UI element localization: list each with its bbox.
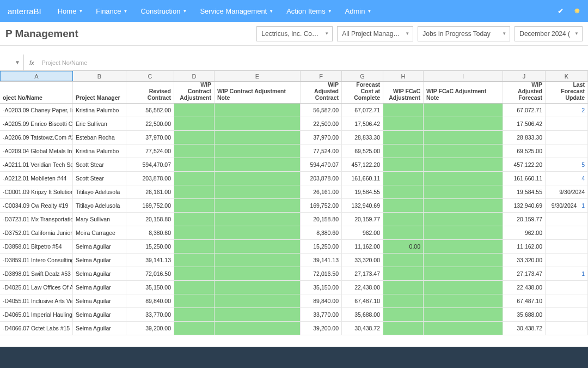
cell-fcac-adj[interactable] xyxy=(383,185,424,198)
nav-home[interactable]: Home▼ xyxy=(58,7,83,15)
col-C[interactable]: C xyxy=(126,71,174,81)
filter-status[interactable]: Jobs in Progress Today xyxy=(418,26,510,41)
table-row[interactable]: -D3859.01 Intero Consulting GroupSelma A… xyxy=(0,254,588,267)
col-J[interactable]: J xyxy=(503,71,546,81)
cell-wip-adj[interactable] xyxy=(174,308,215,321)
cell-wip-note[interactable] xyxy=(215,172,301,185)
cell-forecast[interactable]: 69,525.00 xyxy=(342,144,383,158)
cell-project[interactable]: -C0001.09 Kripzy It Solutions #11 xyxy=(0,185,73,198)
cell-wip-contract[interactable]: 594,470.07 xyxy=(301,158,342,171)
table-row[interactable]: -C0034.09 Cw Realty #19Titilayo Adelusol… xyxy=(0,199,588,213)
cell-revised[interactable]: 89,840.00 xyxy=(126,294,174,307)
cell-project[interactable]: -D4066.07 Octet Labs #15 xyxy=(0,322,73,335)
cell-manager[interactable]: Scott Stear xyxy=(73,158,126,171)
cell-wip-forecast[interactable]: 19,584.55 xyxy=(503,185,546,198)
cell-fcac-adj[interactable]: 0.00 xyxy=(383,240,424,253)
cell-wip-note[interactable] xyxy=(215,144,301,158)
cell-manager[interactable]: Scott Stear xyxy=(73,172,126,185)
cell-wip-note[interactable] xyxy=(215,254,301,267)
cell-project[interactable]: -D4025.01 Law Offices Of Anthony xyxy=(0,281,73,294)
hdr-wip-contract[interactable]: WIP Adjusted Contract xyxy=(301,82,342,103)
cell-forecast[interactable]: 67,487.10 xyxy=(342,294,383,307)
table-row[interactable]: -A0203.09 Chaney Paper, Inc. #49Kristina… xyxy=(0,104,588,117)
cell-wip-adj[interactable] xyxy=(174,322,215,335)
cell-wip-forecast[interactable]: 30,438.72 xyxy=(503,322,546,335)
cell-wip-forecast[interactable]: 28,833.30 xyxy=(503,131,546,144)
cell-wip-note[interactable] xyxy=(215,158,301,171)
cell-wip-adj[interactable] xyxy=(174,199,215,212)
cell-fcac-note[interactable] xyxy=(424,322,503,335)
cell-last-update[interactable]: 9/30/2024 1 xyxy=(546,199,588,212)
table-row[interactable]: -C0001.09 Kripzy It Solutions #11Titilay… xyxy=(0,185,588,199)
cell-wip-note[interactable] xyxy=(215,308,301,321)
hdr-fcac-note[interactable]: WIP FCaC Adjustment Note xyxy=(424,82,503,103)
cell-wip-note[interactable] xyxy=(215,267,301,280)
cell-manager[interactable]: Selma Aguilar xyxy=(73,267,126,280)
cell-fcac-adj[interactable] xyxy=(383,294,424,307)
cell-revised[interactable]: 26,161.00 xyxy=(126,185,174,198)
hdr-manager[interactable]: Project Manager xyxy=(73,82,126,103)
cell-manager[interactable]: Eric Sullivan xyxy=(73,117,126,130)
cell-last-update[interactable]: 9/30/2024 xyxy=(546,185,588,198)
table-row[interactable]: -D4025.01 Law Offices Of AnthonySelma Ag… xyxy=(0,281,588,294)
cell-manager[interactable]: Titilayo Adelusola xyxy=(73,199,126,212)
cell-fcac-adj[interactable] xyxy=(383,199,424,212)
namebox-dropdown[interactable]: ▼ xyxy=(0,55,24,70)
cell-last-update[interactable] xyxy=(546,240,588,253)
cell-fcac-adj[interactable] xyxy=(383,226,424,239)
cell-wip-contract[interactable]: 33,770.00 xyxy=(301,308,342,321)
nav-finance[interactable]: Finance▼ xyxy=(96,7,127,15)
hdr-wip-adj[interactable]: WIP Contract Adjustment xyxy=(174,82,215,103)
cell-wip-contract[interactable]: 77,524.00 xyxy=(301,144,342,158)
cell-last-update[interactable] xyxy=(546,294,588,307)
cell-revised[interactable]: 203,878.00 xyxy=(126,172,174,185)
cell-wip-contract[interactable]: 169,752.00 xyxy=(301,199,342,212)
table-row[interactable]: -D3898.01 Swift Dealz #53Selma Aguilar72… xyxy=(0,267,588,281)
cell-wip-contract[interactable]: 56,582.00 xyxy=(301,104,342,117)
cell-project[interactable]: -A0211.01 Veridian Tech Solutions xyxy=(0,158,73,171)
cell-manager[interactable]: Selma Aguilar xyxy=(73,322,126,335)
cell-wip-forecast[interactable]: 67,487.10 xyxy=(503,294,546,307)
cell-wip-contract[interactable]: 37,970.00 xyxy=(301,131,342,144)
cell-wip-adj[interactable] xyxy=(174,294,215,307)
cell-fcac-adj[interactable] xyxy=(383,158,424,171)
cell-fcac-adj[interactable] xyxy=(383,281,424,294)
hdr-project[interactable]: oject No/Name xyxy=(0,82,73,103)
cell-wip-adj[interactable] xyxy=(174,172,215,185)
cell-last-update[interactable]: 4 xyxy=(546,172,588,185)
col-I[interactable]: I xyxy=(424,71,503,81)
cell-wip-forecast[interactable]: 33,320.00 xyxy=(503,254,546,267)
gear-icon[interactable]: ✸ xyxy=(574,7,580,15)
cell-wip-note[interactable] xyxy=(215,104,301,117)
cell-project[interactable]: -D4055.01 Inclusive Arts Vermont # xyxy=(0,294,73,307)
cell-forecast[interactable]: 35,688.00 xyxy=(342,308,383,321)
col-B[interactable]: B xyxy=(73,71,126,81)
cell-wip-contract[interactable]: 15,250.00 xyxy=(301,240,342,253)
cell-wip-adj[interactable] xyxy=(174,158,215,171)
cell-wip-contract[interactable]: 89,840.00 xyxy=(301,294,342,307)
cell-wip-contract[interactable]: 39,200.00 xyxy=(301,322,342,335)
cell-project[interactable]: -A0205.09 Enrico Biscotti Co #11 xyxy=(0,117,73,130)
check-icon[interactable]: ✔ xyxy=(558,7,564,15)
col-D[interactable]: D xyxy=(174,71,215,81)
cell-wip-note[interactable] xyxy=(215,185,301,198)
table-row[interactable]: -D4065.01 Imperial Hauling, LLC #Selma A… xyxy=(0,308,588,322)
filter-period[interactable]: December 2024 ( xyxy=(514,26,583,41)
cell-wip-note[interactable] xyxy=(215,117,301,130)
hdr-fcac-adj[interactable]: WIP FCaC Adjustment xyxy=(383,82,424,103)
cell-revised[interactable]: 22,500.00 xyxy=(126,117,174,130)
cell-project[interactable]: -A0212.01 Mobileten #44 xyxy=(0,172,73,185)
cell-wip-contract[interactable]: 20,158.80 xyxy=(301,213,342,226)
cell-wip-forecast[interactable]: 27,173.47 xyxy=(503,267,546,280)
cell-manager[interactable]: Titilayo Adelusola xyxy=(73,185,126,198)
cell-wip-forecast[interactable]: 20,159.77 xyxy=(503,213,546,226)
cell-manager[interactable]: Selma Aguilar xyxy=(73,240,126,253)
cell-forecast[interactable]: 30,438.72 xyxy=(342,322,383,335)
cell-fcac-adj[interactable] xyxy=(383,213,424,226)
cell-wip-note[interactable] xyxy=(215,322,301,335)
cell-fcac-note[interactable] xyxy=(424,104,503,117)
cell-project[interactable]: -C0034.09 Cw Realty #19 xyxy=(0,199,73,212)
cell-revised[interactable]: 39,141.13 xyxy=(126,254,174,267)
table-row[interactable]: -A0205.09 Enrico Biscotti Co #11Eric Sul… xyxy=(0,117,588,131)
nav-construction[interactable]: Construction▼ xyxy=(140,7,187,15)
